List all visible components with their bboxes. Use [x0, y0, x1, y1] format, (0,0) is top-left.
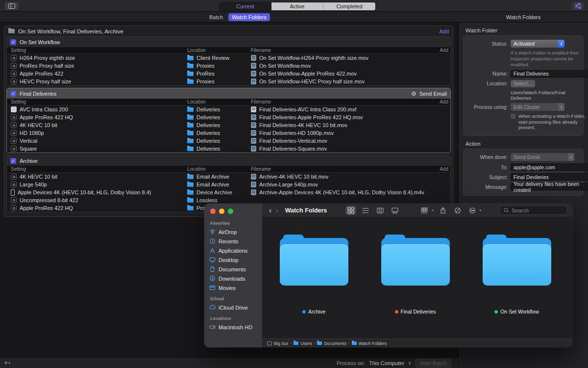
inspector-title: Watch Folders: [459, 12, 588, 23]
column-header-location[interactable]: Location: [187, 99, 251, 105]
section-header-archive[interactable]: ✓Archive: [7, 156, 450, 166]
location-cell: Deliveries: [187, 138, 251, 144]
batch-container: On Set Workflow, Final Deliveries, Archi…: [4, 26, 453, 217]
tag-button[interactable]: [452, 206, 463, 215]
group-by-button[interactable]: [419, 206, 430, 215]
section-header-on-set-workflow[interactable]: ✓On Set Workflow: [7, 37, 450, 47]
location-cell: Client Review: [187, 55, 251, 61]
table-row[interactable]: H264 Proxy eighth sizeClient ReviewOn Se…: [7, 54, 450, 62]
sidebar-item-downloads[interactable]: Downloads: [209, 274, 262, 283]
sidebar-item-recents[interactable]: Recents: [209, 237, 262, 246]
chevron-down-icon[interactable]: ▾: [8, 361, 10, 367]
zoom-button[interactable]: [228, 209, 233, 214]
name-field[interactable]: Final Deliveries: [511, 70, 588, 78]
table-row[interactable]: AVC Intra Class 200DeliveriesFinal Deliv…: [7, 105, 450, 113]
back-button[interactable]: ‹: [269, 207, 271, 214]
sidebar-item-icloud-drive[interactable]: iCloud Drive: [209, 303, 262, 312]
icon-view-button[interactable]: [345, 206, 356, 215]
column-header-setting[interactable]: Setting: [11, 48, 187, 53]
filename-text: Final Deliveries-4K HEVC 10 bit.mov: [259, 122, 347, 128]
table-row[interactable]: Large 540pEmail ArchiveArchive-Large 540…: [7, 181, 450, 188]
table-row[interactable]: ProRes Proxy half sizeProxiesOn Set Work…: [7, 62, 450, 70]
message-field[interactable]: Your delivery files have been created: [511, 183, 588, 190]
sidebar-item-macintosh-hd[interactable]: Macintosh HD: [209, 322, 262, 332]
list-view-button[interactable]: [360, 206, 371, 215]
close-button[interactable]: [210, 209, 216, 214]
section-checkbox[interactable]: ✓: [10, 158, 16, 164]
column-header-filename[interactable]: Filename: [251, 99, 434, 105]
sidebar-item-applications[interactable]: Applications: [209, 246, 262, 255]
sidebar-item-documents[interactable]: Documents: [209, 264, 262, 274]
process-on-stepper[interactable]: ▲▼: [408, 361, 411, 366]
table-row[interactable]: Apple ProRes 422 HQDeliveriesFinal Deliv…: [7, 113, 450, 121]
folder-name: Final Deliveries: [401, 309, 436, 315]
section-checkbox[interactable]: ✓: [10, 91, 16, 97]
column-header-filename[interactable]: Filename: [251, 166, 434, 172]
send-email-action[interactable]: ⚙Send Email: [411, 90, 447, 97]
column-header-location[interactable]: Location: [187, 48, 251, 53]
table-row[interactable]: 4K HEVC 10 bitEmail ArchiveArchive-4K HE…: [7, 173, 450, 181]
column-header-filename[interactable]: Filename: [251, 48, 434, 53]
folder-label: Final Deliveries: [395, 309, 436, 315]
tab-batch[interactable]: Batch: [206, 13, 226, 21]
table-row[interactable]: HEVC Proxy half sizeProxiesOn Set Workfl…: [7, 78, 450, 85]
table-row[interactable]: VerticalDeliveriesFinal Deliveries-Verti…: [7, 137, 450, 145]
folder-on-set-workflow[interactable]: On Set Workflow: [474, 234, 560, 315]
finder-content: ArchiveFinal DeliveriesOn Set Workflow: [262, 217, 572, 339]
tab-watch-folders[interactable]: Watch Folders: [228, 13, 270, 21]
batch-header[interactable]: On Set Workflow, Final Deliveries, Archi…: [4, 26, 453, 36]
column-header-setting[interactable]: Setting: [11, 166, 187, 172]
sidebar-item-desktop[interactable]: Desktop: [209, 255, 262, 264]
section-header-final-deliveries[interactable]: ✓Final Deliveries⚙Send Email: [7, 88, 450, 99]
subject-field[interactable]: Final Devileries: [511, 173, 588, 181]
table-row[interactable]: Uncompressed 8-bit 422Lossless: [7, 196, 450, 204]
column-view-button[interactable]: [375, 206, 386, 215]
location-select-button[interactable]: Select...: [511, 80, 535, 87]
breadcrumb-users[interactable]: Users: [294, 341, 312, 346]
table-row[interactable]: Apple ProRes 422ProResOn Set Workflow-Ap…: [7, 70, 450, 78]
table-row[interactable]: HD 1080pDeliveriesFinal Deliveries-HD 10…: [7, 129, 450, 137]
column-header-setting[interactable]: Setting: [11, 99, 187, 105]
row-add-link[interactable]: Add: [434, 48, 448, 53]
process-on-value[interactable]: This Computer: [369, 360, 404, 366]
status-popup[interactable]: Activated▲▼: [511, 40, 564, 48]
segment-completed[interactable]: Completed: [323, 2, 375, 10]
folder-final-deliveries[interactable]: Final Deliveries: [372, 234, 458, 315]
start-batch-button[interactable]: Start Batch: [415, 359, 451, 368]
chevron-right-icon: ›: [291, 341, 292, 345]
minimize-button[interactable]: [219, 209, 224, 214]
segment-current[interactable]: Current: [220, 2, 271, 10]
breadcrumb-watch-folders[interactable]: Watch Folders: [352, 341, 387, 346]
process-using-popup[interactable]: Edit Cluster▲▼: [511, 103, 564, 111]
tag-dot: [302, 310, 306, 314]
when-done-popup[interactable]: Send Email▲▼: [511, 153, 574, 161]
sidebar-item-label: Applications: [219, 248, 247, 254]
start-processing-checkbox[interactable]: [511, 114, 515, 119]
share-button[interactable]: [438, 206, 448, 215]
sidebar-item-movies[interactable]: Movies: [209, 283, 262, 292]
breadcrumb-documents[interactable]: Documents: [317, 341, 346, 346]
location-name: Deliveries: [196, 138, 220, 144]
batch-add-link[interactable]: Add: [439, 28, 449, 34]
more-actions-button[interactable]: [467, 206, 478, 215]
search-field[interactable]: Search: [500, 206, 567, 215]
action-section-label: Action: [466, 141, 588, 147]
section-checkbox[interactable]: ✓: [10, 39, 16, 45]
breadcrumb-big-sur[interactable]: Big Sur: [267, 341, 289, 346]
setting-cell: ProRes Proxy half size: [11, 63, 187, 69]
row-add-link[interactable]: Add: [434, 99, 448, 105]
to-field[interactable]: apple@apple.com: [511, 163, 588, 171]
inspector-toggle-button[interactable]: [571, 1, 584, 10]
segment-active[interactable]: Active: [271, 2, 323, 10]
table-row[interactable]: 4K HEVC 10 bitDeliveriesFinal Deliveries…: [7, 121, 450, 129]
table-row[interactable]: Apple Devices 4K (HEVC 10-bit, HLG, Dolb…: [7, 188, 450, 196]
add-batch-button[interactable]: +: [4, 359, 8, 367]
table-row[interactable]: SquareDeliveriesFinal Deliveries-Square.…: [7, 145, 450, 153]
forward-button[interactable]: ›: [275, 207, 278, 214]
sidebar-item-airdrop[interactable]: AirDrop: [209, 227, 262, 237]
row-add-link[interactable]: Add: [434, 166, 448, 172]
gallery-view-button[interactable]: [390, 206, 400, 215]
column-header-location[interactable]: Location: [187, 166, 251, 172]
sidebar-toggle-button[interactable]: [5, 2, 19, 10]
folder-archive[interactable]: Archive: [271, 234, 357, 315]
